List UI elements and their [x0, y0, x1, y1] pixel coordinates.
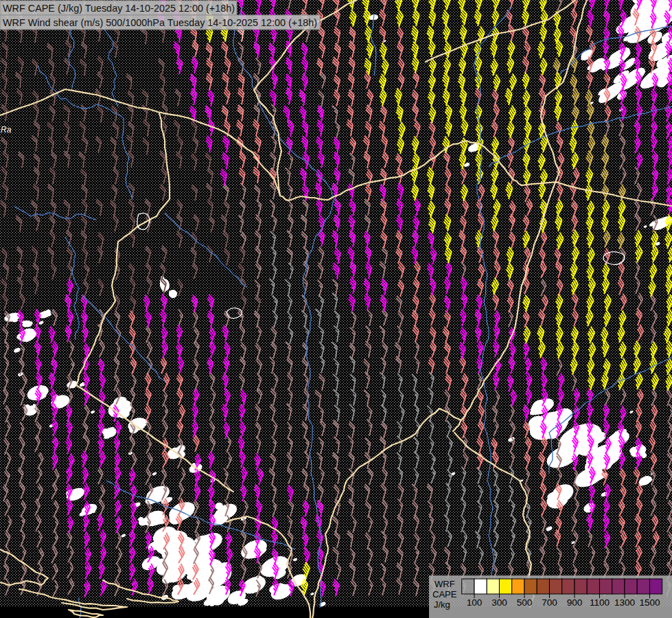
- svg-text:700: 700: [542, 597, 557, 608]
- svg-text:1300: 1300: [614, 597, 635, 608]
- svg-text:WRF Wind shear (m/s) 500/1000h: WRF Wind shear (m/s) 500/1000hPa Tuesday…: [3, 17, 317, 28]
- svg-text:500: 500: [517, 597, 533, 608]
- svg-text:WRF CAPE (J/kg) Tuesday 14-10-: WRF CAPE (J/kg) Tuesday 14-10-2025 12:00…: [3, 3, 235, 14]
- svg-text:CAPE: CAPE: [432, 589, 457, 599]
- svg-text:1100: 1100: [590, 597, 610, 608]
- svg-text:Ra: Ra: [1, 125, 12, 135]
- svg-text:1500: 1500: [639, 597, 660, 608]
- svg-text:100: 100: [467, 597, 483, 608]
- svg-text:900: 900: [567, 597, 583, 608]
- svg-text:J/kg: J/kg: [434, 599, 450, 610]
- svg-text:WRF: WRF: [435, 579, 455, 589]
- svg-text:300: 300: [491, 597, 507, 608]
